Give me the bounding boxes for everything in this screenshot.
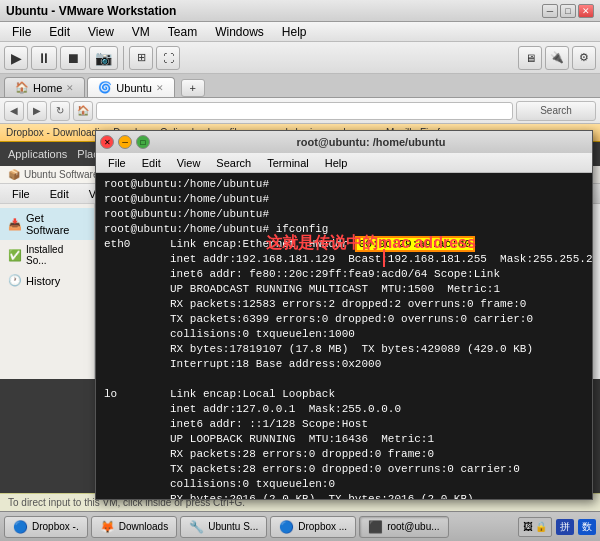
firefox-nav-bar: ◀ ▶ ↻ 🏠 Search [0,98,600,124]
bottom-taskbar: 🔵 Dropbox -. 🦊 Downloads 🔧 Ubuntu S... 🔵… [0,511,600,541]
terminal-line-11: collisions:0 txqueuelen:1000 [104,327,584,342]
search-bar[interactable]: Search [516,101,596,121]
software-icon: 📦 [8,169,20,180]
terminal-line-13: Interrupt:18 Base address:0x2000 [104,357,584,372]
input-mode-indicator[interactable]: 数 [578,519,596,535]
new-tab-button[interactable]: + [181,79,205,97]
terminal-line-19: TX packets:28 errors:0 dropped:0 overrun… [104,462,584,477]
sc-history[interactable]: 🕐 History [0,270,94,291]
vm-view-button[interactable]: ⊞ [129,46,153,70]
reload-button[interactable]: ↻ [50,101,70,121]
taskbar-dropbox2[interactable]: 🔵 Dropbox ... [270,516,356,538]
terminal-line-21: RX bytes:2016 (2.0 KB) TX bytes:2016 (2.… [104,492,584,499]
vm-fullscreen-button[interactable]: ⛶ [156,46,180,70]
vm-usb-button[interactable]: 🔌 [545,46,569,70]
sc-installed-software[interactable]: ✅ Installed So... [0,240,94,270]
terminal-line-9: RX packets:12583 errors:2 dropped:2 over… [104,297,584,312]
input-mode-label: 数 [582,521,592,532]
home-button[interactable]: 🏠 [73,101,93,121]
taskbar-ubuntu-software[interactable]: 🔧 Ubuntu S... [180,516,267,538]
vm-stop-button[interactable]: ⏹ [60,46,86,70]
tab-home[interactable]: 🏠 Home ✕ [4,77,85,97]
terminal-line-6: inet addr:192.168.181.129 Bcast:192.168.… [104,252,584,267]
ubuntu-menu-applications[interactable]: Applications [8,148,67,160]
terminal-close-button[interactable]: ✕ [100,135,114,149]
firefox-tab-bar: 🏠 Home ✕ 🌀 Ubuntu ✕ + [0,74,600,98]
terminal-line-1: root@ubuntu:/home/ubuntu# [104,177,584,192]
terminal-body[interactable]: root@ubuntu:/home/ubuntu# root@ubuntu:/h… [96,173,592,499]
dropbox1-icon: 🔵 [13,520,28,534]
terminal-line-blank1 [104,372,584,387]
get-software-icon: 📥 [8,218,22,231]
sc-menu-edit[interactable]: Edit [42,186,77,202]
minimize-button[interactable]: ─ [542,4,558,18]
mac-annotation: 这就是传说中的mac address [266,233,476,254]
vm-snapshot-button[interactable]: 📷 [89,46,118,70]
terminal-line-12: RX bytes:17819107 (17.8 MB) TX bytes:429… [104,342,584,357]
term-menu-view[interactable]: View [171,156,207,170]
vmware-menu-file[interactable]: File [4,23,39,41]
input-lang-label: 拼 [560,521,570,532]
ubuntu-tab-icon: 🌀 [98,81,112,94]
taskbar-dropbox1[interactable]: 🔵 Dropbox -. [4,516,88,538]
term-menu-edit[interactable]: Edit [136,156,167,170]
tab-ubuntu[interactable]: 🌀 Ubuntu ✕ [87,77,174,97]
dropbox2-icon: 🔵 [279,520,294,534]
dropbox2-label: Dropbox ... [298,521,347,532]
system-tray: 🖼 🔒 [518,517,552,537]
taskbar-root-terminal[interactable]: ⬛ root@ubu... [359,516,448,538]
input-lang-indicator[interactable]: 拼 [556,519,574,535]
taskbar-right-area: 🖼 🔒 拼 数 [518,517,596,537]
terminal-line-15: inet addr:127.0.0.1 Mask:255.0.0.0 [104,402,584,417]
term-menu-search[interactable]: Search [210,156,257,170]
terminal-minimize-button[interactable]: ─ [118,135,132,149]
annotation-arrow [383,249,385,267]
taskbar-downloads[interactable]: 🦊 Downloads [91,516,177,538]
terminal-line-17: UP LOOPBACK RUNNING MTU:16436 Metric:1 [104,432,584,447]
home-tab-label: Home [33,82,62,94]
home-tab-close[interactable]: ✕ [66,83,74,93]
vm-devices-button[interactable]: 🖥 [518,46,542,70]
maximize-button[interactable]: □ [560,4,576,18]
vmware-menu-view[interactable]: View [80,23,122,41]
terminal-line-14: lo Link encap:Local Loopback [104,387,584,402]
ubuntu-tab-close[interactable]: ✕ [156,83,164,93]
terminal-line-16: inet6 addr: ::1/128 Scope:Host [104,417,584,432]
vmware-menu-windows[interactable]: Windows [207,23,272,41]
address-bar[interactable] [96,102,513,120]
terminal-window: ✕ ─ □ root@ubuntu: /home/ubuntu File Edi… [95,130,593,500]
sc-get-software[interactable]: 📥 Get Software [0,208,94,240]
terminal-line-3: root@ubuntu:/home/ubuntu# [104,207,584,222]
terminal-menu-bar: File Edit View Search Terminal Help [96,153,592,173]
installed-label: Installed So... [26,244,86,266]
vm-power-button[interactable]: ▶ [4,46,28,70]
close-button[interactable]: ✕ [578,4,594,18]
forward-button[interactable]: ▶ [27,101,47,121]
vmware-title-bar: Ubuntu - VMware Workstation ─ □ ✕ [0,0,600,22]
history-icon: 🕐 [8,274,22,287]
vmware-title: Ubuntu - VMware Workstation [6,4,542,18]
history-label: History [26,275,60,287]
terminal-maximize-button[interactable]: □ [136,135,150,149]
downloads-label: Downloads [119,521,168,532]
vm-settings-button[interactable]: ⚙ [572,46,596,70]
term-menu-file[interactable]: File [102,156,132,170]
sc-menu-file[interactable]: File [4,186,38,202]
vmware-menu-help[interactable]: Help [274,23,315,41]
terminal-title-bar: ✕ ─ □ root@ubuntu: /home/ubuntu [96,131,592,153]
tray-icon-1: 🖼 [523,521,533,532]
vm-pause-button[interactable]: ⏸ [31,46,57,70]
vmware-menu-team[interactable]: Team [160,23,205,41]
term-menu-terminal[interactable]: Terminal [261,156,315,170]
ubuntu-tab-label: Ubuntu [116,82,151,94]
downloads-icon: 🦊 [100,520,115,534]
vmware-menu-vm[interactable]: VM [124,23,158,41]
term-menu-help[interactable]: Help [319,156,354,170]
tray-icon-2: 🔒 [535,521,547,532]
ubuntu-sw-label: Ubuntu S... [208,521,258,532]
ubuntu-sw-icon: 🔧 [189,520,204,534]
software-left-panel: 📥 Get Software ✅ Installed So... 🕐 Histo… [0,204,95,379]
back-button[interactable]: ◀ [4,101,24,121]
root-terminal-icon: ⬛ [368,520,383,534]
vmware-menu-edit[interactable]: Edit [41,23,78,41]
